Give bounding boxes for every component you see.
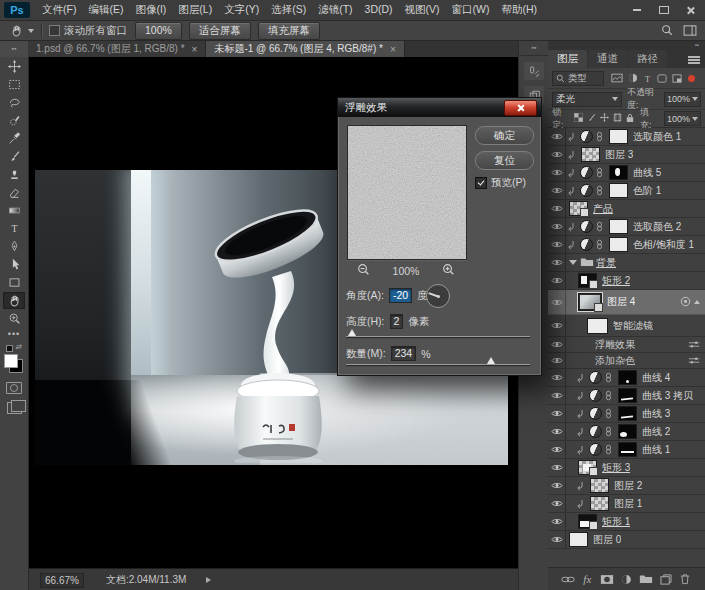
layer-name[interactable]: 曲线 5 [633,166,661,180]
layer-name[interactable]: 图层 3 [605,148,633,162]
quick-select-tool[interactable] [3,112,25,129]
minimize-button[interactable] [624,4,649,17]
type-tool[interactable]: T [3,220,25,237]
layer-name[interactable]: 矩形 1 [602,515,630,529]
layer-name[interactable]: 背景 [596,256,616,270]
panel-collapse-arrows[interactable]: ▪▪ [548,41,705,49]
layer-visibility-eye[interactable] [548,182,566,199]
eraser-tool[interactable] [3,184,25,201]
reset-button[interactable]: 复位 [475,151,534,170]
layer-row-adjustment[interactable]: 选取颜色 1 [548,128,705,146]
dialog-title-bar[interactable]: 浮雕效果 [338,98,541,117]
layer-visibility-eye[interactable] [548,353,566,368]
layer-row-adjustment[interactable]: 曲线 4 [548,369,705,387]
menu-item-9[interactable]: 窗口(W) [446,0,496,20]
document-tab-0[interactable]: 1.psd @ 66.7% (图层 1, RGB/8) *× [28,41,206,57]
layer-name[interactable]: 矩形 3 [602,461,630,475]
pixel-filter-icon[interactable] [611,69,623,87]
lock-transparent-icon[interactable] [574,113,583,124]
maximize-button[interactable] [651,4,676,17]
menu-item-10[interactable]: 帮助(H) [496,0,544,20]
menu-item-5[interactable]: 选择(S) [265,0,312,20]
menu-item-7[interactable]: 3D(D) [359,0,399,20]
tool-dock-collapse[interactable]: ▪▪ [0,41,28,58]
layer-thumbnail[interactable] [609,183,628,198]
amount-input[interactable]: 234 [391,346,417,361]
layer-visibility-eye[interactable] [548,405,566,422]
layer-name[interactable]: 矩形 2 [602,274,630,288]
menu-item-8[interactable]: 视图(V) [399,0,446,20]
layer-thumbnail[interactable] [609,237,628,252]
layer-row-adjustment[interactable]: 曲线 1 [548,441,705,459]
layer-name[interactable]: 曲线 3 [642,407,670,421]
layer-thumbnail[interactable] [618,424,637,439]
layer-thumbnail[interactable] [578,273,597,288]
quick-mask-icon[interactable] [6,382,22,394]
adjustment-layer-icon[interactable] [589,389,602,402]
path-select-tool[interactable] [3,256,25,273]
layer-name[interactable]: 曲线 1 [642,443,670,457]
lock-all-icon[interactable] [626,113,634,125]
adjustment-filter-icon[interactable] [628,69,638,87]
lock-paint-icon[interactable] [587,113,596,124]
layer-thumbnail[interactable] [578,514,597,529]
layer-name[interactable]: 图层 1 [614,497,642,511]
filter-blend-options-icon[interactable] [688,339,700,350]
layer-visibility-eye[interactable] [548,128,566,145]
layer-row-smart-filters-mask[interactable]: 智能滤镜 [548,315,705,337]
blend-mode-select[interactable]: 柔光 [552,92,622,107]
new-layer-icon[interactable] [658,571,674,587]
layer-thumbnail[interactable] [618,442,637,457]
smart-filter-icon[interactable] [680,296,691,309]
emboss-preview-texture[interactable] [347,125,467,260]
panel-tab-0[interactable]: 图层 [548,50,587,68]
layer-thumbnail[interactable] [578,460,597,475]
gradient-tool[interactable] [3,202,25,219]
menu-item-2[interactable]: 图像(I) [129,0,172,20]
layer-visibility-eye[interactable] [548,315,566,336]
dialog-close-button[interactable] [504,100,537,116]
lock-move-icon[interactable] [600,113,609,124]
layer-row-pixel[interactable]: 图层 2 [548,477,705,495]
status-zoom-field[interactable]: 66.67% [40,573,84,588]
layer-visibility-eye[interactable] [548,513,566,530]
layer-name[interactable]: 色阶 1 [633,184,661,198]
layer-name[interactable]: 产品 [593,202,613,216]
preview-checkbox[interactable] [475,177,487,189]
menu-item-1[interactable]: 编辑(E) [82,0,129,20]
layer-row-smart-object[interactable]: 图层 4 [548,290,705,315]
layer-row-pixel[interactable]: 图层 1 [548,495,705,513]
layer-mask-icon[interactable] [599,571,615,587]
layer-thumbnail[interactable] [569,532,588,547]
layer-visibility-eye[interactable] [548,477,566,494]
layer-visibility-eye[interactable] [548,369,566,386]
menu-item-4[interactable]: 文字(Y) [218,0,265,20]
adjustment-layer-icon[interactable] [589,407,602,420]
menu-item-3[interactable]: 图层(L) [172,0,218,20]
shape-filter-icon[interactable] [657,69,667,87]
collapse-filters-caret-icon[interactable] [694,300,700,304]
panel-tab-1[interactable]: 通道 [588,50,627,68]
height-input[interactable]: 2 [390,314,404,329]
layer-name[interactable]: 选取颜色 2 [633,220,681,234]
layer-visibility-eye[interactable] [548,337,566,352]
smart-object-filter-icon[interactable] [672,69,682,87]
tool-preset-caret-icon[interactable] [28,29,34,33]
layer-name[interactable]: 图层 0 [593,533,621,547]
layer-filter-kind[interactable]: 类型 [552,71,604,86]
layer-thumbnail[interactable] [618,370,637,385]
adjustment-layer-icon[interactable] [580,166,593,179]
height-slider[interactable] [346,336,530,337]
layer-name[interactable]: 曲线 4 [642,371,670,385]
layer-thumbnail[interactable] [609,219,628,234]
delete-layer-icon[interactable] [677,571,693,587]
pen-tool[interactable] [3,238,25,255]
layer-visibility-eye[interactable] [548,495,566,512]
foreground-color-swatch[interactable] [4,354,18,368]
layer-name[interactable]: 图层 2 [614,479,642,493]
scroll-all-windows-checkbox[interactable] [49,25,60,36]
adjustment-layer-icon[interactable] [580,184,593,197]
layer-row-smart-object[interactable]: 产品 [548,200,705,218]
layer-row-adjustment[interactable]: 色相/饱和度 1 [548,236,705,254]
dock-collapse-arrows[interactable]: ▪▪ [519,41,549,56]
